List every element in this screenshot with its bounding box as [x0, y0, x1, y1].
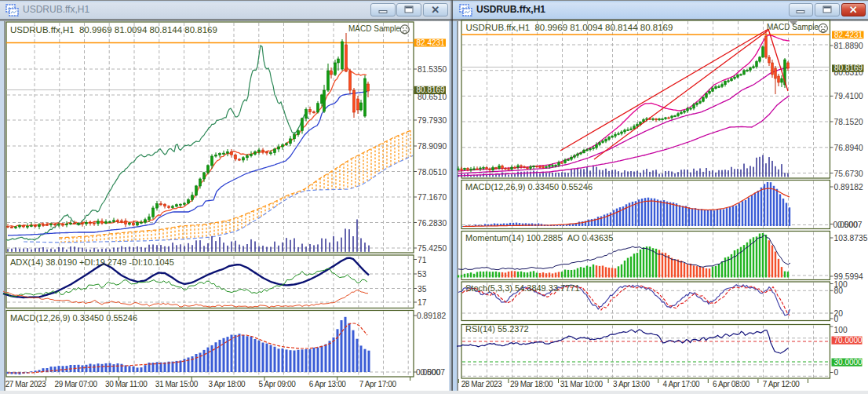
svg-text:7 Apr 17:00: 7 Apr 17:00 [359, 380, 397, 389]
svg-text:17: 17 [418, 298, 427, 307]
svg-text:77.1670: 77.1670 [418, 193, 447, 202]
svg-text:35: 35 [418, 285, 427, 294]
svg-text:53: 53 [418, 270, 427, 279]
svg-text:3 Apr 18:00: 3 Apr 18:00 [209, 380, 246, 389]
svg-text:0: 0 [834, 315, 839, 323]
svg-text:30 Mar 11:00: 30 Mar 11:00 [105, 380, 148, 389]
svg-text:80: 80 [834, 286, 844, 295]
svg-text:75.4250: 75.4250 [418, 244, 447, 253]
svg-text:Stoch(5,3,3) 54.3849 33.7771: Stoch(5,3,3) 54.3849 33.7771 [465, 283, 580, 293]
svg-text:100: 100 [834, 326, 848, 334]
svg-text:Momentum(14) 100.2885 AO 0.43: Momentum(14) 100.2885 AO 0.43635 [465, 233, 613, 243]
svg-text:RSI(14) 55.2372: RSI(14) 55.2372 [465, 324, 529, 334]
svg-text:29 Mar 18:00: 29 Mar 18:00 [510, 380, 553, 389]
svg-text:MACD Sample: MACD Sample [348, 24, 401, 33]
svg-text:0: 0 [834, 368, 839, 377]
svg-text:82.4231: 82.4231 [834, 31, 863, 39]
svg-text:28 Mar 2023: 28 Mar 2023 [461, 380, 503, 389]
svg-text:4 Apr 17:00: 4 Apr 17:00 [663, 380, 701, 389]
svg-text:0.5007: 0.5007 [421, 368, 446, 377]
svg-text:80.8169: 80.8169 [834, 64, 863, 72]
svg-text:75.6730: 75.6730 [834, 170, 863, 178]
svg-text:MACD Sample: MACD Sample [767, 23, 819, 31]
svg-text:29 Mar 07:00: 29 Mar 07:00 [55, 380, 98, 389]
svg-text:80.8169: 80.8169 [417, 86, 446, 94]
svg-text:71: 71 [418, 256, 427, 264]
svg-text:79.7930: 79.7930 [418, 116, 447, 125]
svg-text:76.8940: 76.8940 [834, 144, 863, 152]
svg-text:81.8890: 81.8890 [834, 42, 863, 50]
svg-text:31 Mar 10:00: 31 Mar 10:00 [560, 380, 604, 389]
svg-text:78.1520: 78.1520 [834, 118, 863, 126]
svg-text:3 Apr 13:00: 3 Apr 13:00 [613, 380, 651, 389]
svg-text:78.9090: 78.9090 [418, 142, 447, 151]
svg-text:5 Apr 09:00: 5 Apr 09:00 [259, 380, 297, 389]
svg-text:79.4100: 79.4100 [834, 92, 863, 100]
svg-text:81.5350: 81.5350 [418, 65, 447, 74]
svg-text:0.5007: 0.5007 [837, 221, 863, 229]
svg-text:76.2830: 76.2830 [418, 219, 447, 228]
svg-text:USDRUB.ffx,H1 80.9969 81.0094: USDRUB.ffx,H1 80.9969 81.0094 80.8144 80… [10, 25, 217, 35]
svg-text:70.0000: 70.0000 [834, 336, 863, 345]
svg-text:6 Apr 13:00: 6 Apr 13:00 [309, 380, 347, 389]
svg-text:27 Mar 2023: 27 Mar 2023 [5, 380, 47, 389]
svg-text:82.4231: 82.4231 [417, 38, 446, 47]
svg-text:31 Mar 15:00: 31 Mar 15:00 [155, 380, 199, 389]
svg-text:0.89182: 0.89182 [834, 183, 863, 192]
svg-text:MACD(12,26,9) 0.33450 0.55246: MACD(12,26,9) 0.33450 0.55246 [465, 182, 593, 192]
svg-text:30.0000: 30.0000 [834, 358, 863, 367]
svg-text:78.0510: 78.0510 [418, 168, 447, 177]
svg-text:6 Apr 08:00: 6 Apr 08:00 [713, 380, 750, 389]
svg-text:0.89182: 0.89182 [417, 312, 446, 320]
svg-text:103.8735: 103.8735 [834, 234, 868, 243]
svg-text:ADX(14) 38.0190 +DI:19.2749 -D: ADX(14) 38.0190 +DI:19.2749 -DI:10.1045 [10, 257, 174, 267]
svg-text:7 Apr 12:00: 7 Apr 12:00 [763, 380, 801, 389]
svg-text:USDRUB.ffx,H1 80.9969 81.0094: USDRUB.ffx,H1 80.9969 81.0094 80.8144 80… [466, 23, 673, 32]
svg-text:MACD(12,26,9) 0.33450 0.55246: MACD(12,26,9) 0.33450 0.55246 [10, 313, 137, 323]
